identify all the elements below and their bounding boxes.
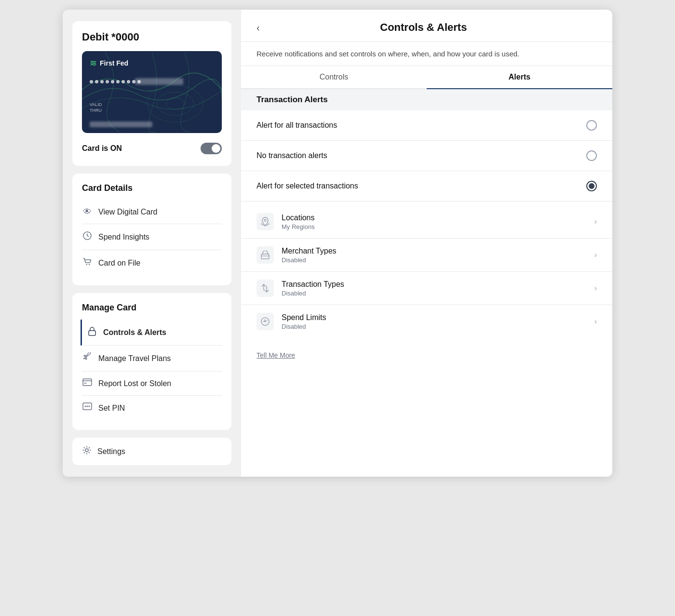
card-details-section: Card Details 👁 View Digital Card Spend I… — [72, 174, 231, 285]
svg-line-22 — [265, 321, 267, 321]
transaction-types-subtitle: Disabled — [282, 290, 587, 297]
report-lost-stolen-item[interactable]: Report Lost or Stolen — [82, 372, 222, 396]
svg-point-13 — [89, 406, 90, 407]
alert-selected-transactions[interactable]: Alert for selected transactions — [241, 171, 612, 201]
controls-alerts-item[interactable]: Controls & Alerts — [81, 320, 222, 346]
alert-selected-radio[interactable] — [586, 181, 597, 191]
no-alerts-radio[interactable] — [586, 150, 597, 161]
tab-alerts[interactable]: Alerts — [427, 66, 612, 88]
transaction-types-item[interactable]: Transaction Types Disabled › — [241, 272, 612, 305]
transaction-types-icon — [256, 280, 274, 297]
locations-icon — [256, 213, 274, 230]
right-panel: ‹ Controls & Alerts Receive notification… — [241, 10, 612, 477]
set-pin-label: Set PIN — [98, 404, 125, 413]
card-details-title: Card Details — [82, 183, 222, 193]
cart-icon — [82, 257, 93, 269]
alert-all-radio[interactable] — [586, 120, 597, 131]
card-dots — [90, 80, 141, 83]
card-number-blur — [135, 78, 183, 85]
svg-rect-7 — [83, 379, 92, 386]
settings-section[interactable]: Settings — [72, 438, 231, 465]
merchant-types-title: Merchant Types — [282, 247, 587, 255]
svg-point-0 — [147, 85, 203, 122]
tabs-row: Controls Alerts — [241, 66, 612, 89]
spend-limits-title: Spend Limits — [282, 313, 587, 322]
locations-chevron: › — [594, 217, 597, 226]
card-logo-text: First Fed — [100, 59, 128, 67]
manage-travel-plans-label: Manage Travel Plans — [98, 354, 171, 363]
pin-icon — [82, 402, 93, 414]
spend-insights-icon — [82, 231, 93, 243]
debit-title: Debit *0000 — [82, 31, 222, 43]
alert-all-label: Alert for all transactions — [256, 121, 337, 130]
spend-insights-label: Spend Insights — [98, 233, 149, 241]
card-toggle[interactable] — [201, 143, 222, 154]
locations-title: Locations — [282, 214, 587, 222]
locations-subtitle: My Regions — [282, 223, 587, 230]
transaction-types-content: Transaction Types Disabled — [282, 280, 587, 297]
locations-item[interactable]: Locations My Regions › — [241, 205, 612, 239]
spend-limits-icon — [256, 313, 274, 330]
svg-point-11 — [85, 406, 86, 407]
no-alerts-label: No transaction alerts — [256, 151, 327, 160]
card-on-file-label: Card on File — [98, 259, 140, 268]
manage-travel-plans-item[interactable]: Manage Travel Plans — [82, 346, 222, 372]
controls-alerts-label: Controls & Alerts — [103, 328, 166, 337]
no-transaction-alerts[interactable]: No transaction alerts — [241, 141, 612, 171]
transaction-alerts-header: Transaction Alerts — [241, 89, 612, 110]
settings-label: Settings — [97, 447, 125, 456]
spend-limits-chevron: › — [594, 317, 597, 326]
transaction-types-title: Transaction Types — [282, 280, 587, 289]
merchant-types-icon — [256, 246, 274, 264]
merchant-types-item[interactable]: Merchant Types Disabled › — [241, 239, 612, 272]
sub-items-list: Locations My Regions › Merchant Types Di… — [241, 201, 612, 342]
alert-all-transactions[interactable]: Alert for all transactions — [241, 110, 612, 141]
tell-me-more-link[interactable]: Tell Me More — [241, 342, 612, 369]
spend-limits-subtitle: Disabled — [282, 323, 587, 330]
first-fed-icon: ≋ — [90, 58, 97, 68]
view-digital-card-item[interactable]: 👁 View Digital Card — [82, 200, 222, 224]
svg-point-14 — [85, 449, 88, 452]
merchant-types-content: Merchant Types Disabled — [282, 247, 587, 264]
app-container: Debit *0000 ≋ First Fed — [63, 10, 612, 477]
settings-item[interactable]: Settings — [82, 445, 222, 457]
transaction-types-chevron: › — [594, 284, 597, 293]
view-digital-card-label: View Digital Card — [98, 208, 157, 216]
locations-content: Locations My Regions — [282, 214, 587, 230]
card-on-row: Card is ON — [82, 141, 222, 156]
card-section: Debit *0000 ≋ First Fed — [72, 21, 231, 166]
page-title: Controls & Alerts — [268, 21, 580, 34]
lock-icon — [87, 326, 97, 338]
right-header: ‹ Controls & Alerts — [241, 10, 612, 42]
spend-limits-content: Spend Limits Disabled — [282, 313, 587, 330]
card-on-file-item[interactable]: Card on File — [82, 250, 222, 276]
spend-limits-item[interactable]: Spend Limits Disabled › — [241, 305, 612, 338]
settings-gear-icon — [82, 445, 92, 457]
card-name-blur — [90, 121, 152, 127]
svg-point-5 — [89, 264, 90, 265]
subtitle-text: Receive notifications and set controls o… — [241, 42, 612, 66]
eye-icon: 👁 — [82, 207, 93, 217]
card-image: ≋ First Fed VALIDTHRU — [82, 51, 222, 133]
card-valid-thru: VALIDTHRU — [90, 102, 102, 114]
spend-insights-item[interactable]: Spend Insights — [82, 224, 222, 250]
alert-selected-label: Alert for selected transactions — [256, 182, 358, 190]
svg-rect-6 — [89, 331, 95, 335]
card-report-icon — [82, 378, 93, 388]
merchant-types-chevron: › — [594, 251, 597, 259]
manage-card-section: Manage Card Controls & Alerts Manage Tra… — [72, 293, 231, 430]
svg-rect-16 — [261, 254, 269, 259]
back-button[interactable]: ‹ — [256, 22, 260, 33]
airplane-icon — [82, 352, 93, 364]
left-panel: Debit *0000 ≋ First Fed — [63, 10, 241, 477]
merchant-types-subtitle: Disabled — [282, 256, 587, 264]
svg-point-2 — [166, 98, 185, 109]
svg-point-15 — [264, 219, 266, 221]
report-lost-stolen-label: Report Lost or Stolen — [98, 379, 171, 388]
svg-point-1 — [157, 92, 194, 115]
card-on-label: Card is ON — [82, 144, 122, 153]
manage-card-title: Manage Card — [82, 303, 222, 313]
tab-controls[interactable]: Controls — [241, 66, 427, 88]
set-pin-item[interactable]: Set PIN — [82, 396, 222, 420]
svg-point-12 — [87, 406, 88, 407]
